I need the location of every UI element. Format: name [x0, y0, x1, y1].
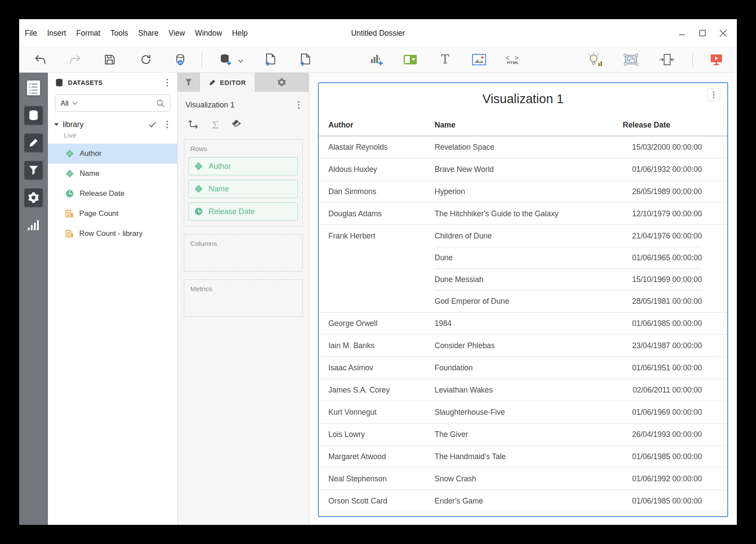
- add-selector-button[interactable]: [401, 50, 420, 69]
- totals-button[interactable]: Σ: [212, 119, 219, 131]
- rail-contents-button[interactable]: [24, 79, 43, 97]
- dataset-field-row-count-library[interactable]: Row Count - library: [48, 224, 177, 244]
- cell-release-date: 01/06/1985 00:00:00: [623, 446, 702, 467]
- table-row[interactable]: Peter F. HamiltonPandora's Star02/03/200…: [319, 512, 727, 517]
- dataset-field-release-date[interactable]: Release Date: [48, 184, 177, 204]
- add-visualization-button[interactable]: [367, 50, 386, 69]
- table-row[interactable]: God Emperor of Dune28/05/1981 00:00:00: [319, 290, 727, 312]
- table-row[interactable]: George Orwell198401/06/1985 00:00:00: [319, 312, 727, 334]
- minimize-button[interactable]: [678, 29, 686, 37]
- cell-name: Dune: [435, 247, 623, 269]
- menu-window[interactable]: Window: [195, 29, 222, 38]
- rail-filter-button[interactable]: [24, 161, 43, 179]
- column-header-release-date[interactable]: Release Date: [623, 114, 702, 136]
- visualization-title: Visualization 1: [319, 83, 727, 114]
- rail-datasets-button[interactable]: [24, 106, 43, 124]
- undo-button[interactable]: [30, 50, 50, 69]
- free-form-layout-button[interactable]: [621, 50, 641, 69]
- table-row[interactable]: Alastair ReynoldsRevelation Space15/03/2…: [319, 136, 727, 158]
- dataset-field-name[interactable]: Name: [48, 164, 177, 184]
- rows-pill-name[interactable]: Name: [189, 180, 298, 198]
- clear-all-button[interactable]: [232, 120, 242, 130]
- column-header-name[interactable]: Name: [435, 114, 623, 136]
- column-header-author[interactable]: Author: [328, 114, 435, 136]
- table-row[interactable]: Iain M. BanksConsider Phlebas23/04/1987 …: [319, 334, 727, 356]
- save-button[interactable]: [100, 50, 119, 69]
- maximize-button[interactable]: [698, 29, 707, 37]
- dataset-menu-button[interactable]: [162, 119, 172, 130]
- dataset-filter-value[interactable]: All: [61, 99, 68, 107]
- add-image-button[interactable]: [469, 50, 489, 69]
- editor-viz-menu-button[interactable]: [294, 99, 304, 111]
- rows-zone-pills: AuthorNameRelease Date: [189, 157, 298, 221]
- menu-share[interactable]: Share: [138, 29, 159, 38]
- table-body: Alastair ReynoldsRevelation Space15/03/2…: [319, 136, 727, 517]
- table-row[interactable]: Kurt VonnegutSlaughterhouse-Five01/06/19…: [319, 401, 727, 423]
- rail-editor-button[interactable]: [24, 134, 43, 152]
- table-row[interactable]: Frank HerbertChildren of Dune21/04/1976 …: [319, 225, 727, 247]
- refresh-button[interactable]: [136, 50, 155, 69]
- insights-button[interactable]: [586, 50, 605, 69]
- fit-to-window-button[interactable]: [658, 50, 677, 69]
- rows-drop-zone[interactable]: Rows AuthorNameRelease Date: [184, 139, 303, 226]
- new-page-button[interactable]: [296, 50, 315, 69]
- rail-visualizations-button[interactable]: [24, 216, 43, 234]
- table-row[interactable]: Neal StephensonSnow Crash01/06/1992 00:0…: [319, 467, 727, 490]
- table-row[interactable]: Dune01/06/1965 00:00:00: [319, 247, 727, 269]
- new-chapter-button[interactable]: [261, 50, 280, 69]
- dataset-field-page-count[interactable]: Page Count: [48, 204, 177, 224]
- table-row[interactable]: Lois LowryThe Giver26/04/1993 00:00:00: [319, 423, 727, 445]
- toolbar: T < > HTML: [19, 47, 737, 73]
- rail-format-button[interactable]: [24, 188, 43, 207]
- tab-settings[interactable]: [255, 73, 308, 92]
- add-data-button[interactable]: [216, 50, 235, 69]
- present-button[interactable]: [707, 50, 726, 69]
- close-button[interactable]: [719, 29, 727, 37]
- menu-format[interactable]: Format: [76, 29, 100, 38]
- add-visualization-icon: [370, 53, 384, 66]
- table-row[interactable]: Aldous HuxleyBrave New World01/06/1932 0…: [319, 158, 727, 180]
- table-row[interactable]: Dune Messiah15/10/1969 00:00:00: [319, 269, 727, 290]
- cell-release-date: 01/06/1985 00:00:00: [623, 312, 702, 334]
- visualization-menu-button[interactable]: [707, 88, 720, 101]
- add-data-chevron-icon[interactable]: [238, 57, 243, 65]
- add-text-button[interactable]: T: [435, 50, 455, 69]
- table-row[interactable]: Douglas AdamsThe Hitchhiker's Guide to t…: [319, 202, 727, 225]
- metric-icon: [65, 229, 74, 238]
- menu-tools[interactable]: Tools: [110, 29, 128, 38]
- tab-editor[interactable]: EDITOR: [200, 73, 255, 92]
- gear-icon: [28, 192, 39, 203]
- visualization-container[interactable]: Visualization 1 Author Name Release Date…: [318, 82, 728, 517]
- dataset-field-author[interactable]: Author: [48, 144, 177, 164]
- rows-pill-author[interactable]: Author: [189, 157, 298, 175]
- caret-down-icon[interactable]: [54, 123, 59, 126]
- cell-release-date: 01/06/1985 00:00:00: [623, 490, 702, 512]
- redo-icon: [69, 55, 81, 65]
- menu-view[interactable]: View: [169, 29, 185, 38]
- menu-file[interactable]: File: [25, 29, 37, 38]
- swap-axes-button[interactable]: [188, 119, 199, 131]
- cell-release-date: 15/03/2000 00:00:00: [623, 136, 702, 158]
- cell-release-date: 01/06/1969 00:00:00: [623, 401, 702, 423]
- table-row[interactable]: Orson Scott CardEnder's Game01/06/1985 0…: [319, 490, 727, 512]
- table-row[interactable]: James S.A. CoreyLeviathan Wakes02/06/201…: [319, 379, 727, 401]
- insights-icon: [587, 52, 604, 67]
- field-label: Page Count: [79, 209, 118, 218]
- table-row[interactable]: Margaret AtwoodThe Handmaid's Tale01/06/…: [319, 445, 727, 467]
- datasets-menu-button[interactable]: [162, 77, 172, 88]
- add-html-button[interactable]: < > HTML: [503, 50, 523, 69]
- undo-icon: [34, 55, 46, 65]
- menu-insert[interactable]: Insert: [47, 29, 66, 38]
- tab-filter[interactable]: [178, 73, 200, 92]
- rows-pill-release-date[interactable]: Release Date: [189, 202, 298, 221]
- dataset-library-row[interactable]: library: [48, 116, 177, 131]
- columns-drop-zone[interactable]: Columns: [184, 234, 303, 272]
- table-row[interactable]: Dan SimmonsHyperion26/05/1989 00:00:00: [319, 180, 727, 202]
- table-row[interactable]: Isaac AsimovFoundation01/06/1951 00:00:0…: [319, 356, 727, 379]
- metrics-drop-zone[interactable]: Metrics: [184, 279, 303, 317]
- dataset-search-box[interactable]: All: [55, 94, 170, 112]
- menu-help[interactable]: Help: [232, 29, 248, 38]
- dataset-status-button[interactable]: [171, 50, 190, 69]
- free-form-layout-icon: [623, 53, 639, 66]
- redo-button[interactable]: [65, 50, 84, 69]
